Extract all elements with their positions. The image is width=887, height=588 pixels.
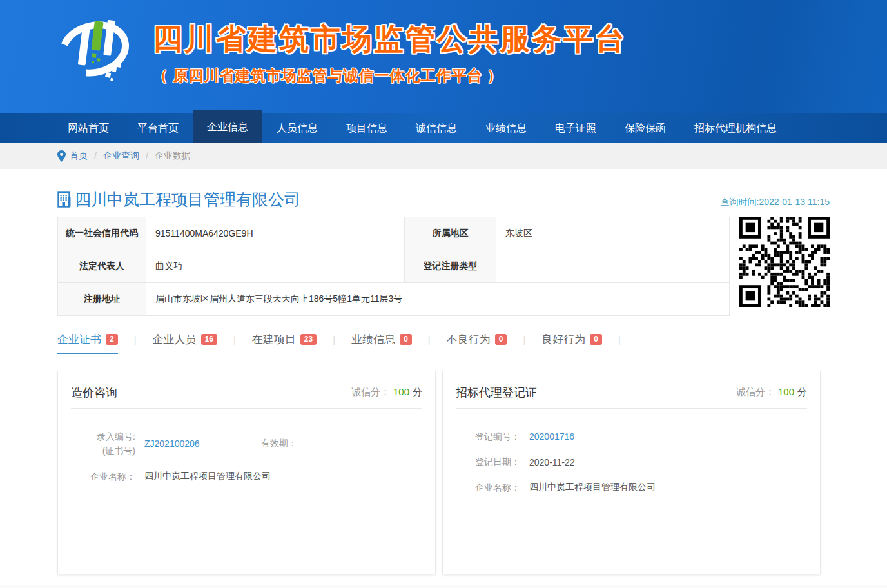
tab-label: 企业证书 <box>57 332 101 347</box>
nav-item-e-certificate[interactable]: 电子证照 <box>541 113 610 143</box>
tab-separator: | <box>134 332 137 348</box>
tab-count-badge: 0 <box>495 334 507 345</box>
tab-separator: | <box>618 332 621 348</box>
credit-score-value: 100 <box>778 386 794 397</box>
field-row: 登记日期： 2020-11-22 <box>456 455 807 469</box>
company-name-title: 四川中岚工程项目管理有限公司 <box>75 189 300 210</box>
certificate-cards: 造价咨询 诚信分：100分 录入编号: (证书号) ZJ202100206 有效… <box>57 371 830 574</box>
breadcrumb-enterprise-query-link[interactable]: 企业查询 <box>103 150 139 162</box>
tab-count-badge: 0 <box>400 334 412 345</box>
registration-type-label: 登记注册类型 <box>405 250 496 283</box>
breadcrumb: 首页 / 企业查询 / 企业数据 <box>57 143 830 169</box>
company-info-table: 统一社会信用代码 91511400MA6420GE9H 所属地区 东坡区 法定代… <box>57 217 730 316</box>
tab-count-badge: 16 <box>201 334 217 345</box>
credit-score-label: 诚信分： <box>736 386 775 397</box>
company-name-label: 企业名称： <box>71 469 135 484</box>
tab-separator: | <box>333 332 335 348</box>
region-value: 东坡区 <box>496 217 730 250</box>
registration-number-label: 登记编号： <box>456 429 520 444</box>
legal-representative-value: 曲义巧 <box>146 250 405 283</box>
credit-score-value: 100 <box>393 386 409 397</box>
breadcrumb-separator: / <box>94 151 97 161</box>
nav-item-project-info[interactable]: 项目信息 <box>332 113 402 143</box>
credit-code-label: 统一社会信用代码 <box>58 217 146 250</box>
nav-item-insurance-guarantee[interactable]: 保险保函 <box>610 113 680 143</box>
region-label: 所属地区 <box>405 217 496 250</box>
legal-representative-label: 法定代表人 <box>58 250 146 283</box>
registered-address-value: 眉山市东坡区眉州大道东三段天天向上186号5幢1单元11层3号 <box>146 283 730 316</box>
breadcrumb-bar: 首页 / 企业查询 / 企业数据 <box>0 143 887 169</box>
nav-item-performance-info[interactable]: 业绩信息 <box>471 113 541 143</box>
field-row: 企业名称： 四川中岚工程项目管理有限公司 <box>71 469 422 484</box>
nav-item-personnel-info[interactable]: 人员信息 <box>262 113 332 143</box>
page-title: 四川中岚工程项目管理有限公司 <box>57 189 300 210</box>
breadcrumb-separator: / <box>146 151 148 161</box>
nav-item-bidding-agency-info[interactable]: 招标代理机构信息 <box>680 113 791 143</box>
building-icon <box>57 191 72 208</box>
registration-date-label: 登记日期： <box>456 455 520 469</box>
table-row: 法定代表人 曲义巧 登记注册类型 <box>58 250 730 283</box>
registered-address-label: 注册地址 <box>58 283 146 316</box>
main-nav: 网站首页 平台首页 企业信息 人员信息 项目信息 诚信信息 业绩信息 电子证照 … <box>0 113 887 143</box>
credit-score: 诚信分：100分 <box>736 386 807 398</box>
card-header: 招标代理登记证 诚信分：100分 <box>456 371 807 409</box>
detail-tabs: 企业证书 2 | 企业人员 16 | 在建项目 23 | 业绩信息 0 | 不良… <box>57 332 830 354</box>
nav-item-enterprise-info[interactable]: 企业信息 <box>193 110 262 143</box>
card-body: 录入编号: (证书号) ZJ202100206 有效期： 企业名称： 四川中岚工… <box>71 409 422 484</box>
breadcrumb-current: 企业数据 <box>155 150 191 162</box>
tab-good-behavior[interactable]: 良好行为 0 <box>541 332 602 353</box>
credit-score-unit: 分 <box>413 386 422 397</box>
tab-label: 企业人员 <box>153 332 197 347</box>
location-pin-icon <box>57 150 66 162</box>
footer-divider <box>0 585 887 588</box>
query-time: 查询时间:2022-01-13 11:15 <box>721 197 830 210</box>
tab-separator: | <box>523 332 525 348</box>
cost-consulting-card: 造价咨询 诚信分：100分 录入编号: (证书号) ZJ202100206 有效… <box>57 371 436 574</box>
nav-item-website-home[interactable]: 网站首页 <box>57 113 123 143</box>
credit-score-label: 诚信分： <box>351 386 390 397</box>
table-row: 统一社会信用代码 91511400MA6420GE9H 所属地区 东坡区 <box>58 217 730 250</box>
company-name-value: 四川中岚工程项目管理有限公司 <box>529 482 656 493</box>
registration-date-value: 2020-11-22 <box>529 457 575 467</box>
platform-logo-icon <box>57 8 133 86</box>
cert-number-label-line2: (证书号) <box>71 444 135 458</box>
field-row: 企业名称： 四川中岚工程项目管理有限公司 <box>456 480 807 495</box>
card-title: 造价咨询 <box>71 385 117 400</box>
site-title: 四川省建筑市场监管公共服务平台 <box>153 19 627 59</box>
field-row: 录入编号: (证书号) ZJ202100206 有效期： <box>71 429 422 458</box>
tab-separator: | <box>233 332 236 348</box>
cert-number-link[interactable]: ZJ202100206 <box>144 438 200 449</box>
tab-count-badge: 23 <box>300 334 317 345</box>
bidding-agency-certificate-card: 招标代理登记证 诚信分：100分 登记编号： 202001716 登记日期： 2… <box>442 371 821 574</box>
tab-count-badge: 0 <box>590 334 602 345</box>
registration-type-value <box>496 250 730 283</box>
tab-label: 不良行为 <box>447 332 491 347</box>
tab-enterprise-certificates[interactable]: 企业证书 2 <box>57 332 118 354</box>
tab-label: 在建项目 <box>252 332 296 347</box>
card-header: 造价咨询 诚信分：100分 <box>71 371 422 409</box>
credit-score-unit: 分 <box>797 386 807 397</box>
tab-separator: | <box>428 332 431 348</box>
card-title: 招标代理登记证 <box>456 385 537 400</box>
tab-count-badge: 2 <box>106 334 118 345</box>
table-row: 注册地址 眉山市东坡区眉州大道东三段天天向上186号5幢1单元11层3号 <box>58 283 730 316</box>
field-row: 登记编号： 202001716 <box>456 429 807 444</box>
tab-enterprise-personnel[interactable]: 企业人员 16 <box>153 332 217 353</box>
registration-number-link[interactable]: 202001716 <box>529 431 574 442</box>
page-title-row: 四川中岚工程项目管理有限公司 查询时间:2022-01-13 11:15 <box>57 189 830 210</box>
card-body: 登记编号： 202001716 登记日期： 2020-11-22 企业名称： 四… <box>456 409 807 495</box>
company-name-label: 企业名称： <box>456 480 520 495</box>
tab-bad-behavior[interactable]: 不良行为 0 <box>447 332 507 353</box>
company-name-value: 四川中岚工程项目管理有限公司 <box>144 471 271 482</box>
tab-label: 良好行为 <box>541 332 585 347</box>
tab-label: 业绩信息 <box>351 332 395 347</box>
validity-label: 有效期： <box>261 438 297 449</box>
tab-performance-info[interactable]: 业绩信息 0 <box>351 332 412 353</box>
site-header: 四川省建筑市场监管公共服务平台 （ 原四川省建筑市场监管与诚信一体化工作平台 ） <box>0 0 887 113</box>
tab-projects-under-construction[interactable]: 在建项目 23 <box>252 332 317 353</box>
nav-item-platform-home[interactable]: 平台首页 <box>123 113 193 143</box>
nav-item-credit-info[interactable]: 诚信信息 <box>402 113 471 143</box>
credit-code-value: 91511400MA6420GE9H <box>146 217 405 250</box>
qr-code <box>739 217 830 307</box>
breadcrumb-home-link[interactable]: 首页 <box>70 150 88 162</box>
